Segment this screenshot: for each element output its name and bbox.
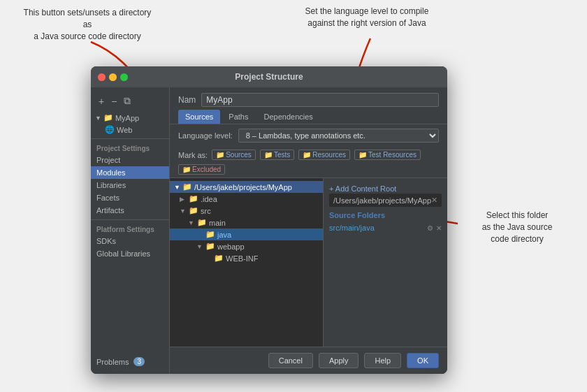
dialog-title: Project Structure xyxy=(235,72,303,82)
tab-dependencies[interactable]: Dependencies xyxy=(257,110,320,124)
source-folders-header: Source Folders xyxy=(329,211,442,219)
remove-content-root-button[interactable]: ✕ xyxy=(431,196,437,205)
dialog-titlebar: Project Structure xyxy=(91,66,447,87)
chevron-down-icon: ▼ xyxy=(95,115,101,122)
sidebar-item-global-libraries[interactable]: Global Libraries xyxy=(91,247,169,260)
sidebar-item-libraries[interactable]: Libraries xyxy=(91,179,169,191)
sidebar-item-sdks[interactable]: SDKs xyxy=(91,235,169,247)
help-button[interactable]: Help xyxy=(364,353,401,368)
content-area: Nam Sources Paths Dependencies Language … xyxy=(170,87,447,374)
java-folder-icon: 📁 xyxy=(205,230,215,239)
tree-main-item[interactable]: ▼ 📁 main xyxy=(170,217,323,228)
remove-source-folder-button[interactable]: ✕ xyxy=(436,224,442,232)
idea-folder-icon: 📁 xyxy=(189,194,198,203)
web-tree-item[interactable]: 🌐 Web xyxy=(91,124,169,136)
webapp-folder-icon: 📁 xyxy=(205,242,215,251)
project-settings-group: Project Modules Libraries Facets Artifac… xyxy=(91,154,169,217)
sources-folder-icon: 📁 xyxy=(216,151,224,159)
tree-java-item[interactable]: 📁 java xyxy=(170,228,323,240)
source-folder-item: src/main/java ⚙ ✕ xyxy=(329,222,442,233)
mark-tests-button[interactable]: 📁 Tests xyxy=(260,150,294,160)
annotation-top-left: This button sets/unsets a directory as a… xyxy=(21,7,154,42)
sidebar-divider-2 xyxy=(91,219,169,220)
mark-as-label: Mark as: xyxy=(178,151,208,159)
close-button[interactable] xyxy=(98,73,106,81)
tests-folder-icon: 📁 xyxy=(264,151,273,159)
tree-idea-item[interactable]: ▶ 📁 .idea xyxy=(170,193,323,205)
annotation-bottom-right: Select this folder as the Java source co… xyxy=(461,210,573,245)
mark-excluded-button[interactable]: 📁 Excluded xyxy=(178,164,225,175)
main-folder-icon: 📁 xyxy=(197,218,207,227)
sidebar: + − ⧉ ▼ 📁 MyApp 🌐 Web Project Settings P… xyxy=(91,87,170,374)
mark-resources-button[interactable]: 📁 Resources xyxy=(298,150,350,160)
source-panel-path: /Users/jakeb/projects/MyApp ✕ xyxy=(329,194,442,207)
platform-settings-group: SDKs Global Libraries xyxy=(91,235,169,260)
tree-root-item[interactable]: ▼ 📁 /Users/jakeb/projects/MyApp xyxy=(170,181,323,193)
project-structure-dialog: Project Structure + − ⧉ ▼ 📁 MyApp 🌐 Web xyxy=(91,66,447,374)
sidebar-spacer xyxy=(91,260,169,355)
traffic-lights xyxy=(98,73,128,81)
sidebar-divider xyxy=(91,138,169,139)
folder-icon: 🌐 xyxy=(105,125,115,134)
apply-button[interactable]: Apply xyxy=(319,353,359,368)
root-folder-icon: 📁 xyxy=(182,182,192,191)
minimize-button[interactable] xyxy=(109,73,117,81)
language-level-select[interactable]: 8 – Lambdas, type annotations etc. xyxy=(238,129,439,143)
problems-badge: 3 xyxy=(133,357,145,366)
copy-module-button[interactable]: ⧉ xyxy=(122,94,133,108)
ok-button[interactable]: OK xyxy=(407,353,439,368)
tab-sources[interactable]: Sources xyxy=(178,110,220,124)
dialog-body: + − ⧉ ▼ 📁 MyApp 🌐 Web Project Settings P… xyxy=(91,87,447,374)
test-resources-folder-icon: 📁 xyxy=(358,151,367,159)
excluded-folder-icon: 📁 xyxy=(182,166,191,173)
language-label: Language level: xyxy=(178,131,233,140)
src-folder-icon: 📁 xyxy=(189,206,198,215)
tabs-bar: Sources Paths Dependencies xyxy=(170,110,447,124)
module-name-input[interactable] xyxy=(201,93,439,107)
chevron-down-icon-main: ▼ xyxy=(188,219,195,226)
sidebar-item-project[interactable]: Project xyxy=(91,154,169,166)
language-row: Language level: 8 – Lambdas, type annota… xyxy=(170,124,447,147)
project-settings-header: Project Settings xyxy=(91,142,169,154)
tree-webapp-item[interactable]: ▼ 📁 webapp xyxy=(170,240,323,252)
edit-source-folder-button[interactable]: ⚙ xyxy=(427,224,433,232)
cancel-button[interactable]: Cancel xyxy=(268,353,313,368)
sidebar-toolbar: + − ⧉ xyxy=(91,93,169,112)
resources-folder-icon: 📁 xyxy=(303,151,311,159)
dialog-footer: Cancel Apply Help OK xyxy=(170,347,447,374)
name-label: Nam xyxy=(178,95,196,105)
sidebar-item-facets[interactable]: Facets xyxy=(91,191,169,204)
mark-as-row: Mark as: 📁 Sources 📁 Tests 📁 Resources 📁… xyxy=(170,147,447,177)
annotation-top-right: Set the language level to compile agains… xyxy=(300,6,433,29)
chevron-down-icon-root: ▼ xyxy=(174,184,180,191)
sidebar-item-problems[interactable]: Problems 3 xyxy=(91,355,169,368)
chevron-down-icon-webapp: ▼ xyxy=(196,243,203,250)
sidebar-item-modules[interactable]: Modules xyxy=(91,166,169,179)
platform-settings-header: Platform Settings xyxy=(91,223,169,235)
folder-icon: 📁 xyxy=(103,113,113,122)
tree-src-item[interactable]: ▼ 📁 src xyxy=(170,205,323,217)
remove-module-button[interactable]: − xyxy=(109,95,119,108)
sidebar-item-artifacts[interactable]: Artifacts xyxy=(91,204,169,217)
chevron-down-icon-src: ▼ xyxy=(180,208,187,215)
source-panel: + Add Content Root /Users/jakeb/projects… xyxy=(324,178,447,347)
maximize-button[interactable] xyxy=(120,73,128,81)
mark-sources-button[interactable]: 📁 Sources xyxy=(212,150,256,160)
chevron-right-icon: ▶ xyxy=(180,196,187,203)
file-tree: ▼ 📁 /Users/jakeb/projects/MyApp ▶ 📁 .ide… xyxy=(170,178,324,347)
content-header: Nam xyxy=(170,87,447,110)
add-module-button[interactable]: + xyxy=(96,95,106,108)
tree-source-area: ▼ 📁 /Users/jakeb/projects/MyApp ▶ 📁 .ide… xyxy=(170,177,447,347)
mark-test-resources-button[interactable]: 📁 Test Resources xyxy=(354,150,421,160)
add-content-root-button[interactable]: + Add Content Root xyxy=(329,184,396,193)
source-folder-actions: ⚙ ✕ xyxy=(427,224,442,232)
myapp-tree-item[interactable]: ▼ 📁 MyApp xyxy=(91,112,169,124)
tab-paths[interactable]: Paths xyxy=(222,110,255,124)
webinf-folder-icon: 📁 xyxy=(214,254,224,263)
tree-webinf-item[interactable]: 📁 WEB-INF xyxy=(170,252,323,264)
